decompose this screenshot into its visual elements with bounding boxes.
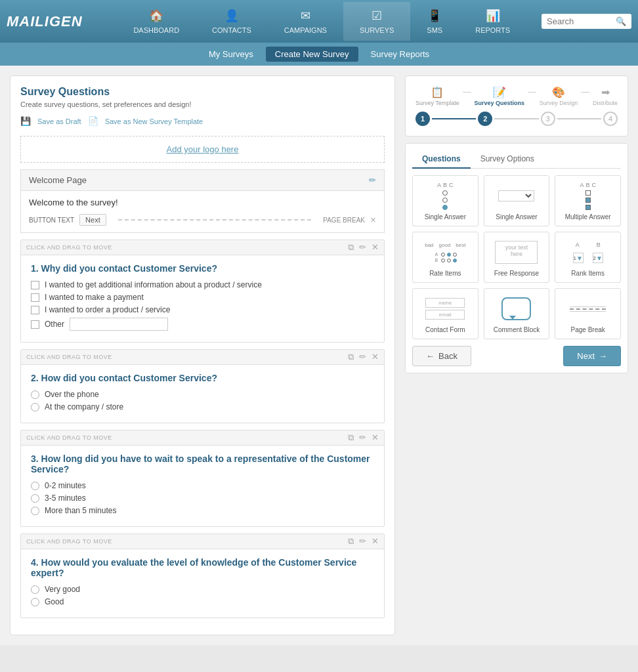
question-1-edit-icon[interactable]: ✏: [359, 242, 366, 253]
dashboard-icon: 🏠: [149, 9, 163, 23]
question-3-edit-icon[interactable]: ✏: [359, 432, 366, 443]
question-3-title: 3. How long did you have to wait to spea…: [31, 453, 374, 474]
q-type-page-break[interactable]: Page Break: [555, 288, 621, 339]
right-panel: 📋 Survey Template 📝 Survey Questions 🎨 S…: [405, 75, 628, 635]
question-4-title: 4. How would you evaluate the level of k…: [31, 557, 374, 578]
question-1-option-1: I wanted to get additional information a…: [31, 280, 374, 289]
q-type-comment-block[interactable]: Comment Block: [484, 288, 550, 339]
radio-2-2[interactable]: [31, 403, 39, 411]
nav-buttons: ← ← Back Back Next →: [412, 346, 621, 366]
nav-reports[interactable]: 📊 REPORTS: [459, 2, 526, 41]
left-panel: Survey Questions Create survey questions…: [10, 75, 395, 635]
welcome-page-header: Welcome Page ✏: [20, 169, 385, 191]
radio-3-1[interactable]: [31, 482, 39, 490]
back-arrow-icon: ←: [426, 351, 435, 361]
page-break-close-icon[interactable]: ✕: [370, 216, 376, 224]
main-content: Survey Questions Create survey questions…: [0, 66, 638, 645]
search-icon[interactable]: 🔍: [616, 16, 626, 26]
back-button[interactable]: ← ← Back Back: [412, 346, 471, 366]
nav-surveys[interactable]: ☑ SURVEYS: [343, 2, 410, 41]
q-type-rank-items[interactable]: AB 1 ▼ 2 ▼ Rank Items: [555, 232, 621, 283]
question-2-copy-icon[interactable]: ⧉: [348, 352, 354, 362]
q-type-single-answer-radio-label: Single Answer: [425, 213, 466, 220]
wizard-step-4[interactable]: ➡ Distribute: [593, 86, 618, 106]
nav-campaigns[interactable]: ✉ CAMPAIGNS: [268, 2, 343, 41]
q-type-contact-form-label: Contact Form: [425, 326, 465, 333]
wizard-step-1[interactable]: 📋 Survey Template: [415, 86, 459, 106]
drag-label-1: CLICK AND DRAG TO MOVE: [26, 244, 112, 251]
search-input[interactable]: [547, 16, 612, 26]
question-4-delete-icon[interactable]: ✕: [372, 536, 379, 547]
q-type-free-response[interactable]: your text here Free Response: [484, 232, 550, 283]
question-4-copy-icon[interactable]: ⧉: [348, 536, 354, 547]
question-3-delete-icon[interactable]: ✕: [372, 432, 379, 443]
question-block-1: CLICK AND DRAG TO MOVE ⧉ ✏ ✕ 1. Why did …: [20, 240, 385, 343]
checkbox-1-2[interactable]: [31, 293, 39, 302]
wizard-line-3: [581, 92, 589, 93]
q-type-single-answer-dropdown[interactable]: Single Answer: [484, 175, 550, 226]
wizard-step-2[interactable]: 📝 Survey Questions: [475, 86, 525, 106]
wizard-line-1: [463, 92, 471, 93]
radio-2-1[interactable]: [31, 390, 39, 399]
free-text-visual: your text here: [495, 241, 538, 264]
wizard-step-3[interactable]: 🎨 Survey Design: [540, 86, 578, 106]
q-type-contact-form[interactable]: name email Contact Form: [412, 288, 478, 339]
tabs-row: Questions Survey Options: [412, 150, 621, 169]
app-logo: MAILIGEN: [7, 13, 83, 30]
subnav-create-survey[interactable]: Create New Survey: [266, 47, 358, 62]
q-type-multiple-answer[interactable]: ABC Multiple Answer: [555, 175, 621, 226]
question-2-edit-icon[interactable]: ✏: [359, 352, 366, 362]
single-answer-radio-visual: ABC: [437, 181, 454, 211]
next-button[interactable]: Next →: [563, 346, 621, 366]
question-2-delete-icon[interactable]: ✕: [372, 352, 379, 362]
question-2-actions: ⧉ ✏ ✕: [348, 352, 379, 362]
question-1-copy-icon[interactable]: ⧉: [348, 242, 354, 253]
panel-subtitle: Create survey questions, set preferences…: [20, 100, 385, 108]
nav-dashboard[interactable]: 🏠 DASHBOARD: [117, 2, 196, 41]
tab-questions[interactable]: Questions: [412, 150, 471, 169]
question-block-3: CLICK AND DRAG TO MOVE ⧉ ✏ ✕ 3. How long…: [20, 430, 385, 527]
question-2-content: 2. How did you contact Customer Service?…: [21, 365, 384, 423]
q-type-single-answer-radio[interactable]: ABC Single Answer: [412, 175, 478, 226]
wizard-step-2-icon: 📝: [493, 86, 506, 98]
question-4-option-2: Good: [31, 597, 374, 606]
top-navigation: MAILIGEN 🏠 DASHBOARD 👤 CONTACTS ✉ CAMPAI…: [0, 0, 638, 43]
subnav-my-surveys[interactable]: My Surveys: [200, 47, 263, 62]
question-2-option-1: Over the phone: [31, 390, 374, 399]
drag-label-4: CLICK AND DRAG TO MOVE: [26, 538, 112, 545]
save-draft-button[interactable]: Save as Draft: [37, 116, 81, 126]
radio-4-2[interactable]: [31, 598, 39, 606]
welcome-page-edit-icon[interactable]: ✏: [369, 175, 376, 185]
checkbox-1-4[interactable]: [31, 320, 39, 329]
radio-4-1[interactable]: [31, 585, 39, 594]
q-type-comment-block-label: Comment Block: [494, 326, 540, 333]
question-1-delete-icon[interactable]: ✕: [372, 242, 379, 253]
search-box: 🔍: [542, 14, 631, 29]
radio-3-3[interactable]: [31, 507, 39, 515]
mini-dropdown-visual: [498, 190, 534, 201]
drag-label-2: CLICK AND DRAG TO MOVE: [26, 354, 112, 360]
logo-upload-area[interactable]: Add your logo here: [20, 136, 385, 163]
question-4-drag-bar: CLICK AND DRAG TO MOVE ⧉ ✏ ✕: [21, 534, 384, 549]
question-4-edit-icon[interactable]: ✏: [359, 536, 366, 547]
radio-3-2[interactable]: [31, 494, 39, 503]
q-type-rate-items[interactable]: badgoodbest A B: [412, 232, 478, 283]
nav-contacts[interactable]: 👤 CONTACTS: [196, 2, 268, 41]
multiple-answer-visual: ABC: [580, 181, 596, 211]
question-3-copy-icon[interactable]: ⧉: [348, 432, 354, 443]
tab-survey-options[interactable]: Survey Options: [471, 150, 544, 169]
checkbox-1-1[interactable]: [31, 281, 39, 289]
other-input-1[interactable]: [70, 318, 168, 331]
question-4-option-1: Very good: [31, 585, 374, 594]
q-type-rate-items-label: Rate Items: [429, 270, 461, 277]
welcome-next-button[interactable]: Next: [79, 214, 106, 226]
save-template-button[interactable]: Save as New Survey Template: [105, 116, 203, 126]
question-1-actions: ⧉ ✏ ✕: [348, 242, 379, 253]
checkbox-1-3[interactable]: [31, 306, 39, 314]
subnav-survey-reports[interactable]: Survey Reports: [362, 47, 439, 62]
q-type-multiple-answer-label: Multiple Answer: [565, 213, 611, 220]
reports-icon: 📊: [486, 9, 500, 23]
comment-block-visual: [501, 294, 531, 324]
add-logo-link[interactable]: Add your logo here: [167, 144, 239, 154]
nav-sms[interactable]: 📱 SMS: [410, 2, 459, 41]
